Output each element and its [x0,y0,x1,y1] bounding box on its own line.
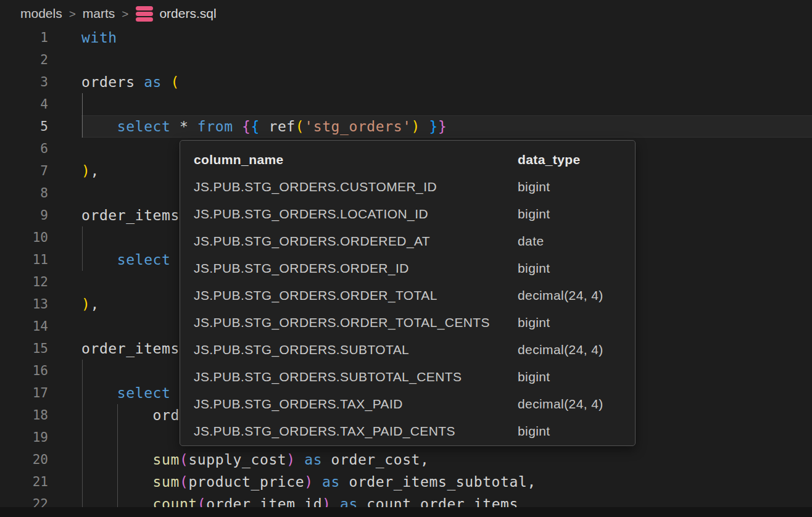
code-line[interactable]: 4 [0,93,812,115]
code-text: orders as ( [48,71,180,93]
cell-data-type: bigint [518,173,635,201]
popup-header-data-type: data_type [518,146,635,173]
table-row: JS.PUB.STG_ORDERS.ORDERED_ATdate [180,228,635,255]
line-number: 14 [0,319,48,334]
line-number: 11 [0,252,48,267]
cell-column-name: JS.PUB.STG_ORDERS.TAX_PAID [194,391,518,418]
cell-column-name: JS.PUB.STG_ORDERS.ORDER_TOTAL [194,282,518,309]
line-number: 9 [0,208,48,223]
editor-window: models > marts > orders.sql 1with23order… [0,0,812,517]
breadcrumb-separator-icon: > [69,7,76,21]
code-text: with [48,27,117,49]
cell-data-type: bigint [518,255,635,282]
line-number: 4 [0,97,48,112]
table-row: JS.PUB.STG_ORDERS.SUBTOTAL_CENTSbigint [180,363,635,391]
code-text: select [48,382,170,404]
file-name: orders.sql [159,6,216,21]
cell-column-name: JS.PUB.STG_ORDERS.ORDER_ID [194,255,518,282]
database-icon [135,6,154,22]
line-number: 7 [0,163,48,178]
line-number: 18 [0,408,48,423]
code-text: ord [48,404,180,426]
popup-header-column-name: column_name [194,146,518,173]
code-text: order_items [48,337,180,360]
cell-data-type: bigint [518,201,635,228]
line-number: 10 [0,230,48,245]
cell-column-name: JS.PUB.STG_ORDERS.ORDERED_AT [194,228,518,255]
cell-column-name: JS.PUB.STG_ORDERS.SUBTOTAL_CENTS [194,363,518,391]
cell-data-type: decimal(24, 4) [518,391,635,418]
code-line[interactable]: 1with [0,27,812,49]
popup-header-row: column_namedata_type [180,146,635,173]
indent-guide [117,404,118,507]
cell-data-type: bigint [518,363,635,391]
code-line[interactable]: 3orders as ( [0,71,812,93]
line-number: 8 [0,186,48,201]
breadcrumb-item-models[interactable]: models [20,6,62,21]
code-text: sum(supply_cost) as order_cost, [48,449,429,471]
indent-guide [82,226,83,271]
cell-column-name: JS.PUB.STG_ORDERS.TAX_PAID_CENTS [194,418,518,445]
line-number: 13 [0,297,48,312]
table-row: JS.PUB.STG_ORDERS.ORDER_IDbigint [180,255,635,282]
code-text: ), [48,293,99,315]
table-row: JS.PUB.STG_ORDERS.ORDER_TOTALdecimal(24,… [180,282,635,309]
line-number: 2 [0,52,48,67]
bottom-strip [0,507,812,517]
breadcrumb-separator-icon: > [122,7,128,21]
cell-data-type: decimal(24, 4) [518,282,635,309]
line-number: 12 [0,275,48,289]
table-row: JS.PUB.STG_ORDERS.LOCATION_IDbigint [180,201,635,228]
table-row: JS.PUB.STG_ORDERS.CUSTOMER_IDbigint [180,173,635,201]
breadcrumb-item-file[interactable]: orders.sql [135,6,216,22]
line-number: 1 [0,30,48,45]
table-row: JS.PUB.STG_ORDERS.SUBTOTALdecimal(24, 4) [180,336,635,363]
cell-data-type: bigint [518,309,635,336]
code-line[interactable]: 5 select * from {{ ref('stg_orders') }} [0,115,812,138]
cell-column-name: JS.PUB.STG_ORDERS.ORDER_TOTAL_CENTS [194,309,518,336]
cell-data-type: date [518,228,635,255]
code-text: sum(product_price) as order_items_subtot… [48,471,536,493]
table-row: JS.PUB.STG_ORDERS.TAX_PAID_CENTSbigint [180,418,635,445]
line-number: 19 [0,430,48,445]
cell-data-type: bigint [518,418,635,445]
breadcrumb-item-marts[interactable]: marts [83,6,115,21]
indent-guide [82,360,83,507]
line-number: 5 [0,119,48,134]
cell-data-type: decimal(24, 4) [518,336,635,363]
code-text: select [48,249,170,271]
line-number: 16 [0,363,48,378]
code-text: ), [48,160,99,182]
cell-column-name: JS.PUB.STG_ORDERS.CUSTOMER_ID [194,173,518,201]
code-line[interactable]: 20 sum(supply_cost) as order_cost, [0,449,812,471]
breadcrumb: models > marts > orders.sql [20,0,217,27]
table-row: JS.PUB.STG_ORDERS.ORDER_TOTAL_CENTSbigin… [180,309,635,336]
cell-column-name: JS.PUB.STG_ORDERS.LOCATION_ID [194,201,518,228]
line-number: 6 [0,141,48,156]
cell-column-name: JS.PUB.STG_ORDERS.SUBTOTAL [194,336,518,363]
code-text: order_items [48,204,180,226]
code-line[interactable]: 21 sum(product_price) as order_items_sub… [0,471,812,493]
indent-guide [82,93,83,138]
column-popup: column_namedata_typeJS.PUB.STG_ORDERS.CU… [180,140,636,446]
table-row: JS.PUB.STG_ORDERS.TAX_PAIDdecimal(24, 4) [180,391,635,418]
line-number: 20 [0,452,48,467]
line-number: 21 [0,474,48,489]
code-text: select * from {{ ref('stg_orders') }} [48,115,447,138]
code-line[interactable]: 2 [0,49,812,71]
line-number: 17 [0,386,48,400]
line-number: 3 [0,75,48,89]
line-number: 15 [0,341,48,356]
